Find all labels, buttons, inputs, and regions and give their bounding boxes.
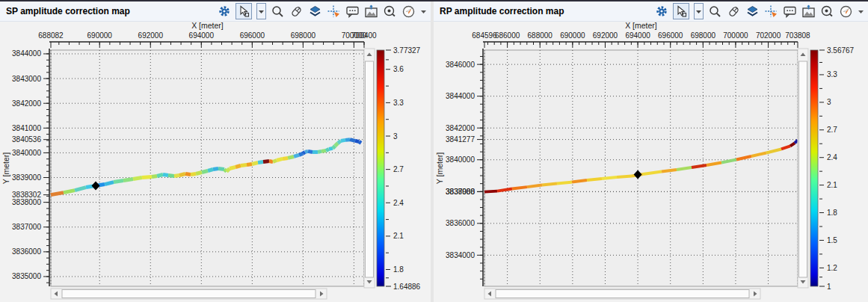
compass-dropdown[interactable] xyxy=(858,8,864,15)
y-tick-label: 3842000 xyxy=(446,124,475,132)
vertical-scrollbar[interactable] xyxy=(364,49,375,288)
y-tick-label: 3836000 xyxy=(12,247,41,256)
x-tick-label: 694000 xyxy=(625,31,650,40)
y-tick-label: 3841277 xyxy=(446,135,475,144)
y-tick-label: 3839000 xyxy=(12,173,41,182)
y-tick-label: 3840000 xyxy=(12,149,41,157)
colorbar-tick-label: 2.7 xyxy=(393,165,404,173)
colorbar-tick-label: 3 xyxy=(393,132,398,141)
colorbar xyxy=(810,50,818,286)
y-tick-label: 3837000 xyxy=(12,223,41,231)
colorbar-max-label: 3.56767 xyxy=(827,46,855,55)
y-tick-label: 3840536 xyxy=(12,135,41,144)
export-image-icon[interactable] xyxy=(364,4,378,19)
y-tick-label: 3838302 xyxy=(12,191,41,199)
colorbar-tick-label: 2.1 xyxy=(827,181,837,189)
zoom-icon[interactable] xyxy=(708,4,722,19)
y-tick-label: 3834000 xyxy=(446,251,475,259)
colorbar-tick-label: 3.3 xyxy=(827,70,837,78)
colorbar-tick-label: 1.8 xyxy=(827,209,837,217)
settings-gear-icon[interactable] xyxy=(218,4,231,18)
colorbar-ticks xyxy=(386,50,391,286)
chevron-down-icon xyxy=(696,10,701,13)
export-image-icon[interactable] xyxy=(801,4,816,19)
horizontal-scrollbar-thumb xyxy=(496,290,749,298)
plot-area[interactable] xyxy=(51,50,364,286)
x-axis-title: X [meter] xyxy=(191,21,224,30)
colorbar-tick-label: 3 xyxy=(827,98,831,106)
colorbar xyxy=(377,50,384,286)
sp-amplitude-panel: 6880826900006920006940006960006980007000… xyxy=(0,0,431,302)
y-tick-label: 3838000 xyxy=(12,198,41,206)
vertical-scrollbar[interactable] xyxy=(798,49,808,288)
x-tick-label: 686000 xyxy=(495,31,520,40)
colorbar-tick-label: 1.5 xyxy=(827,236,837,244)
x-tick-label: 690000 xyxy=(560,31,585,40)
mouse-tool-icon[interactable] xyxy=(289,4,304,19)
y-tick-label: 3846000 xyxy=(446,61,475,69)
compass-icon[interactable] xyxy=(839,4,853,19)
mouse-tool-icon[interactable] xyxy=(727,4,741,19)
x-tick-label: 700400 xyxy=(351,31,377,40)
pick-position-icon[interactable] xyxy=(327,4,341,19)
x-tick-label: 703808 xyxy=(785,31,810,40)
colorbar-tick-label: 1.8 xyxy=(393,265,404,274)
panel-toolbar xyxy=(218,3,431,19)
x-axis-title: X [meter] xyxy=(625,21,657,30)
pick-position-icon[interactable] xyxy=(764,4,778,19)
data-probe-icon[interactable] xyxy=(383,4,397,19)
chevron-down-icon xyxy=(858,10,864,13)
select-mode-dropdown[interactable] xyxy=(694,3,704,19)
annotation-bubble-icon[interactable] xyxy=(783,4,797,19)
plot-area[interactable] xyxy=(484,50,798,286)
y-axis-title: Y [meter] xyxy=(1,152,10,184)
colorbar-tick-label: 2.4 xyxy=(827,153,837,161)
select-mode-dropdown[interactable] xyxy=(256,3,266,19)
compass-icon[interactable] xyxy=(401,4,416,19)
x-tick-label: 692000 xyxy=(138,31,164,40)
y-tick-label: 3835000 xyxy=(12,272,41,280)
y-tick-label: 3840000 xyxy=(446,155,475,164)
panel-title: RP amplitude correction map xyxy=(440,6,564,16)
x-tick-label: 688082 xyxy=(38,31,64,40)
panel-toolbar xyxy=(655,3,868,19)
x-tick-label: 688000 xyxy=(528,31,553,40)
zoom-icon[interactable] xyxy=(271,4,285,19)
sp-plot-canvas[interactable]: 6880826900006920006940006960006980007000… xyxy=(0,0,431,302)
colorbar-tick-label: 2.1 xyxy=(393,232,404,240)
x-tick-label: 694000 xyxy=(189,31,215,40)
select-mode-button[interactable] xyxy=(236,3,252,19)
vertical-scrollbar-thumb xyxy=(799,61,807,277)
layer-order-icon[interactable] xyxy=(745,4,760,19)
horizontal-scrollbar-thumb xyxy=(62,290,316,298)
y-tick-label: 3844000 xyxy=(446,92,475,100)
x-tick-label: 696000 xyxy=(658,31,683,40)
colorbar-ticks xyxy=(819,50,825,286)
application-window: 6880826900006920006940006960006980007000… xyxy=(0,0,868,302)
rp-panel-header: RP amplitude correction map xyxy=(434,1,868,22)
colorbar-min-label: 1 xyxy=(827,283,831,291)
horizontal-scrollbar[interactable] xyxy=(484,289,760,299)
colorbar-tick-label: 2.7 xyxy=(827,126,837,134)
rp-amplitude-panel: 6845966860006880006900006920006940006960… xyxy=(434,0,868,302)
annotation-bubble-icon[interactable] xyxy=(345,4,360,19)
y-tick-label: 3843000 xyxy=(12,75,41,83)
colorbar-tick-label: 3.6 xyxy=(393,65,404,73)
layer-order-icon[interactable] xyxy=(308,4,322,19)
settings-gear-icon[interactable] xyxy=(655,4,668,18)
y-tick-label: 3842000 xyxy=(12,99,41,108)
compass-dropdown[interactable] xyxy=(420,8,427,15)
horizontal-scrollbar[interactable] xyxy=(51,289,327,299)
rp-plot-canvas[interactable]: 6845966860006880006900006920006940006960… xyxy=(434,0,868,302)
colorbar-max-label: 3.77327 xyxy=(393,46,421,55)
select-mode-button[interactable] xyxy=(673,3,689,19)
data-probe-icon[interactable] xyxy=(820,4,834,19)
y-axis-title: Y [meter] xyxy=(435,152,444,184)
y-tick-label: 3837988 xyxy=(446,188,475,196)
x-tick-label: 700000 xyxy=(723,31,748,40)
y-tick-label: 3844000 xyxy=(12,49,41,58)
x-tick-label: 692000 xyxy=(593,31,618,40)
x-tick-label: 684596 xyxy=(472,31,497,40)
panel-title: SP amplitude correction map xyxy=(6,6,130,16)
colorbar-tick-label: 2.4 xyxy=(393,199,404,207)
